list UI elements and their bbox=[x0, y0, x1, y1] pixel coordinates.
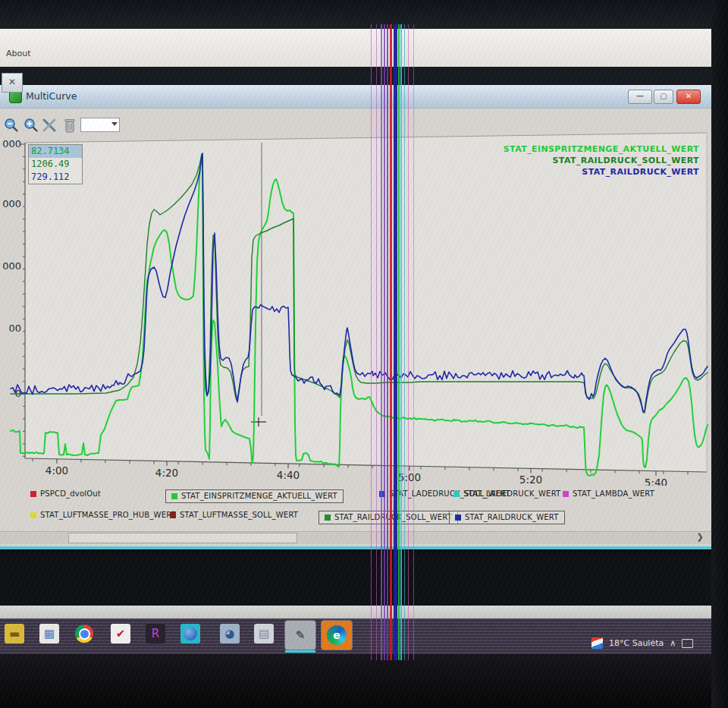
tray-weather-text[interactable]: 18°C Saulėta bbox=[609, 638, 664, 648]
legend-label: STAT_LUFTMASSE_SOLL_WERT bbox=[180, 511, 298, 519]
legend-swatch bbox=[325, 514, 331, 521]
trash-button[interactable] bbox=[63, 117, 77, 134]
dead-pixel-line bbox=[394, 24, 397, 660]
legend-swatch bbox=[30, 491, 36, 497]
plot-area[interactable] bbox=[25, 133, 707, 472]
desktop-background bbox=[0, 548, 728, 606]
close-icon: ✕ bbox=[8, 77, 16, 87]
edge-browser-icon[interactable]: e bbox=[322, 621, 352, 650]
network-icon[interactable] bbox=[682, 639, 693, 648]
readout-value: 729.112 bbox=[29, 171, 82, 184]
legend-item[interactable]: PSPCD_dvolOut bbox=[30, 489, 101, 498]
dead-pixel-line bbox=[400, 24, 402, 660]
dead-pixel-line bbox=[408, 24, 409, 660]
active-series-label: STAT_EINSPRITZMENGE_AKTUELL_WERT bbox=[228, 143, 699, 155]
dead-pixel-line bbox=[376, 24, 377, 660]
legend-swatch bbox=[30, 512, 36, 518]
monitor-bezel-bottom bbox=[0, 654, 728, 708]
window-titlebar[interactable] bbox=[0, 85, 713, 109]
letters-app-icon[interactable]: R bbox=[146, 624, 165, 643]
weather-icon[interactable] bbox=[592, 637, 603, 649]
chevron-up-icon[interactable]: ∧ bbox=[670, 638, 676, 648]
legend-label: STAT_RAILDRUCK_WERT bbox=[465, 513, 559, 521]
window-title: MultiCurve bbox=[26, 90, 77, 102]
tab-close-button[interactable]: ✕ bbox=[2, 73, 23, 93]
menu-item-about[interactable]: About bbox=[6, 49, 31, 58]
monitor-bezel-right bbox=[711, 0, 728, 708]
y-tick-label: 000 bbox=[2, 260, 21, 272]
maximize-button[interactable]: ▢ bbox=[654, 90, 673, 104]
legend-label: STAT_LADEDRUCK_WERT bbox=[463, 489, 560, 498]
x-tick-label: 5:20 bbox=[519, 474, 542, 486]
sphere-app-icon[interactable]: ◕ bbox=[220, 624, 240, 643]
zoom-in-button[interactable] bbox=[24, 118, 39, 133]
y-tick-label: 00 bbox=[8, 323, 21, 334]
dead-pixel-line bbox=[398, 24, 400, 660]
legend-item[interactable]: STAT_LADEDRUCK_WERT bbox=[453, 489, 560, 498]
readout-value: 1206.49 bbox=[29, 158, 82, 171]
parent-app-menubar bbox=[0, 29, 728, 68]
cut-tool-button[interactable] bbox=[42, 118, 56, 132]
legend-item[interactable]: STAT_EINSPRITZMENGE_AKTUELL_WERT bbox=[165, 489, 344, 503]
dead-pixel-line bbox=[381, 24, 382, 660]
dead-pixel-line bbox=[413, 24, 414, 660]
y-tick-label: 5 000 bbox=[0, 138, 21, 149]
active-series-label: STAT_RAILDRUCK_SOLL_WERT bbox=[228, 155, 699, 166]
legend-item[interactable]: STAT_LUFTMASSE_SOLL_WERT bbox=[170, 511, 298, 519]
x-tick-label: 5:40 bbox=[645, 477, 667, 486]
globe-app-icon[interactable] bbox=[180, 624, 200, 643]
scrollbar-thumb[interactable] bbox=[68, 533, 297, 543]
active-series-legend: STAT_EINSPRITZMENGE_AKTUELL_WERTSTAT_RAI… bbox=[228, 143, 699, 178]
legend-item[interactable]: STAT_LAMBDA_WERT bbox=[563, 489, 654, 498]
x-tick-label: 4:40 bbox=[277, 469, 300, 481]
checklist-app-icon[interactable]: ✔ bbox=[111, 624, 130, 643]
monitor-photo: About ✕ MultiCurve —▢✕ 5 0000000000004:0… bbox=[0, 0, 728, 708]
x-tick-label: 4:00 bbox=[46, 464, 68, 477]
background-window-sliver bbox=[0, 606, 728, 618]
zoom-out-button[interactable] bbox=[4, 118, 19, 133]
active-series-label: STAT_RAILDRUCK_WERT bbox=[228, 166, 699, 178]
scroll-right-arrow[interactable]: ❯ bbox=[692, 531, 708, 543]
curve-select-dropdown[interactable] bbox=[80, 118, 120, 132]
readout-value: 82.7134 bbox=[29, 145, 82, 158]
chevron-down-icon bbox=[111, 122, 118, 126]
legend-label: STAT_EINSPRITZMENGE_AKTUELL_WERT bbox=[181, 492, 337, 500]
legend-label: STAT_LUFTMASSE_PRO_HUB_WERT bbox=[40, 511, 176, 519]
monitor-bezel-top bbox=[0, 0, 728, 29]
legend-label: STAT_LAMBDA_WERT bbox=[573, 489, 654, 498]
y-tick-label: 000 bbox=[2, 198, 21, 209]
system-tray: 18°C Saulėta ∧ bbox=[592, 637, 693, 649]
utility-app-icon[interactable]: ▤ bbox=[254, 624, 274, 643]
active-app-indicator bbox=[285, 650, 315, 653]
minimize-button[interactable]: — bbox=[628, 90, 652, 104]
dead-pixel-line bbox=[390, 24, 392, 660]
photos-app-icon[interactable]: ▦ bbox=[39, 624, 59, 643]
dead-pixel-line bbox=[387, 24, 388, 660]
folder-app-icon[interactable]: ▬ bbox=[5, 624, 24, 643]
legend-swatch bbox=[170, 512, 176, 518]
cursor-readout-box: 82.71341206.49729.112 bbox=[28, 144, 83, 184]
dead-pixel-line bbox=[404, 24, 405, 660]
dead-pixel-line bbox=[371, 24, 372, 660]
legend-item[interactable]: STAT_LUFTMASSE_PRO_HUB_WERT bbox=[30, 511, 176, 519]
chrome-icon[interactable] bbox=[74, 624, 94, 643]
x-tick-label: 4:20 bbox=[155, 467, 178, 479]
legend-swatch bbox=[455, 514, 461, 521]
legend-swatch bbox=[453, 491, 460, 497]
legend-swatch bbox=[171, 493, 177, 499]
dead-pixel-line bbox=[384, 24, 385, 660]
legend-swatch bbox=[563, 491, 569, 497]
chart-plot[interactable]: 5 0000000000004:004:204:405:005:205:40 bbox=[0, 127, 713, 486]
desktop-dark-band bbox=[0, 67, 728, 87]
legend-item[interactable]: STAT_RAILDRUCK_WERT bbox=[449, 511, 565, 524]
legend-label: PSPCD_dvolOut bbox=[40, 489, 101, 498]
close-button[interactable]: ✕ bbox=[676, 90, 701, 104]
sketch-app-icon[interactable]: ✎ bbox=[285, 621, 315, 650]
